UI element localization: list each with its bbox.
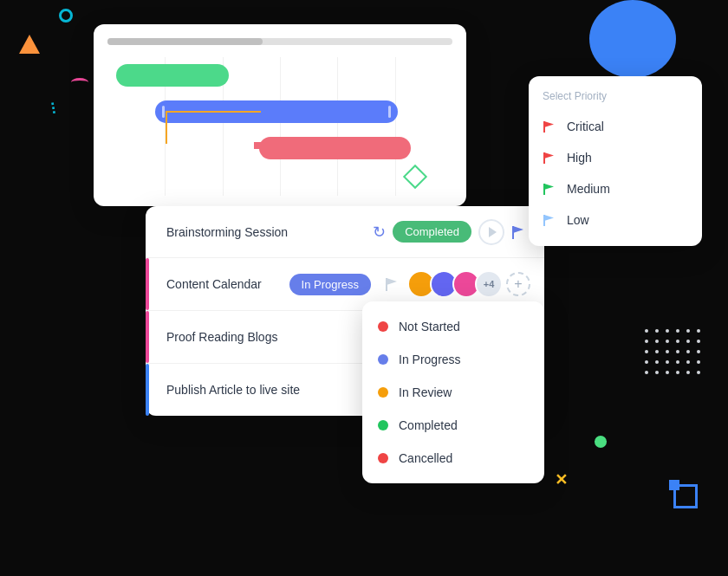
square-decoration: [673, 484, 698, 508]
task-name-content-calendar: Content Calendar: [159, 277, 289, 291]
status-dot-in-review: [378, 387, 388, 398]
status-item-cancelled[interactable]: Cancelled: [362, 442, 544, 475]
in-progress-label: In Progress: [399, 353, 461, 366]
add-member-button-1[interactable]: +: [506, 272, 530, 296]
svg-marker-0: [513, 226, 523, 233]
cancelled-label: Cancelled: [399, 451, 452, 465]
resize-handle-left[interactable]: [162, 106, 165, 118]
svg-marker-10: [544, 215, 554, 221]
triangle-decoration: [19, 35, 40, 54]
critical-flag-icon: [543, 120, 556, 133]
status-badge-completed[interactable]: Completed: [393, 221, 471, 243]
low-label: Low: [567, 213, 589, 227]
completed-label: Completed: [399, 418, 458, 432]
avatar-count: +4: [475, 270, 503, 298]
arc-decoration: [71, 78, 88, 87]
row-accent-pink: [146, 258, 149, 310]
connector-horizontal: [166, 111, 261, 113]
svg-marker-4: [544, 121, 554, 127]
status-dot-cancelled: [378, 453, 388, 463]
not-started-label: Not Started: [399, 320, 460, 333]
svg-marker-6: [544, 152, 554, 159]
in-review-label: In Review: [399, 385, 452, 399]
gantt-bar-green: [116, 64, 229, 87]
play-button[interactable]: [478, 219, 504, 245]
status-item-completed[interactable]: Completed: [362, 409, 544, 442]
svg-marker-2: [387, 278, 397, 285]
connector-dot: [254, 142, 261, 149]
dots-decoration: [645, 329, 704, 378]
play-icon: [489, 227, 497, 237]
medium-label: Medium: [567, 182, 610, 196]
avatar-group-1: +4: [407, 270, 503, 298]
priority-item-medium[interactable]: Medium: [529, 173, 702, 204]
status-dot-completed: [378, 420, 388, 430]
status-dropdown: Not Started In Progress In Review Comple…: [362, 301, 544, 483]
gantt-diamond: [403, 165, 427, 189]
high-flag-icon: [543, 151, 556, 165]
row-accent-pink-2: [146, 311, 149, 363]
critical-label: Critical: [567, 120, 604, 133]
status-dot-not-started: [378, 321, 388, 332]
green-dot-decoration: [595, 436, 607, 448]
priority-item-low[interactable]: Low: [529, 204, 702, 236]
status-badge-inprogress[interactable]: In Progress: [289, 274, 371, 295]
x-decoration: ✕: [555, 470, 568, 489]
low-flag-icon: [543, 213, 556, 227]
zigzag-decoration: ⠇: [49, 99, 63, 120]
task-name-brainstorming: Brainstorming Session: [159, 225, 373, 239]
blue-circle-decoration: [589, 0, 676, 78]
svg-marker-8: [544, 184, 554, 190]
row-accent-blue: [146, 364, 149, 416]
task-row-brainstorming: Brainstorming Session ↻ Completed: [146, 206, 544, 258]
cyan-circle-decoration: [59, 9, 73, 23]
status-item-not-started[interactable]: Not Started: [362, 310, 544, 343]
priority-dropdown-title: Select Priority: [529, 87, 702, 111]
flag-icon-gray[interactable]: [385, 276, 400, 292]
status-item-in-review[interactable]: In Review: [362, 376, 544, 409]
priority-item-high[interactable]: High: [529, 142, 702, 173]
gantt-chart-card: [94, 24, 466, 206]
refresh-icon[interactable]: ↻: [373, 223, 386, 242]
gantt-bar-red: [259, 137, 411, 159]
priority-item-critical[interactable]: Critical: [529, 111, 702, 142]
priority-dropdown: Select Priority Critical High Medium Low: [529, 76, 702, 246]
status-dot-in-progress: [378, 354, 388, 365]
high-label: High: [567, 151, 592, 165]
status-item-in-progress[interactable]: In Progress: [362, 343, 544, 376]
flag-icon-blue[interactable]: [511, 224, 527, 240]
resize-handle-right[interactable]: [388, 106, 391, 118]
connector-vertical: [166, 111, 167, 144]
medium-flag-icon: [543, 182, 556, 196]
